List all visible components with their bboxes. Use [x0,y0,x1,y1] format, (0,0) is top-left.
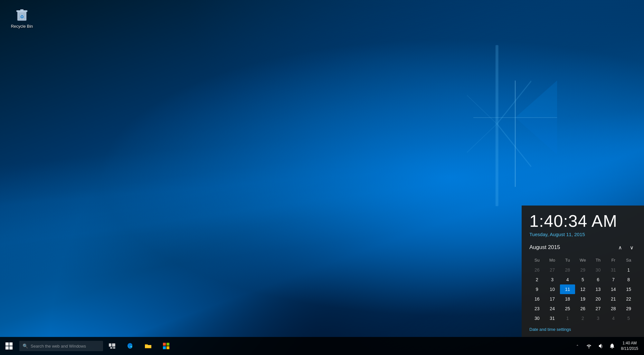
day-header-tu: Tu [560,256,575,265]
calendar-day-24[interactable]: 24 [545,304,560,313]
calendar-day-8[interactable]: 8 [621,275,636,284]
calendar-day-16[interactable]: 16 [529,294,545,304]
calendar-prev-btn[interactable]: ∧ [616,243,625,252]
calendar-day-9[interactable]: 9 [529,284,545,294]
calendar-day-20[interactable]: 20 [591,294,606,304]
calendar-day-4-other[interactable]: 4 [606,313,621,323]
calendar-day-15[interactable]: 15 [621,284,636,294]
calendar-month-year[interactable]: August 2015 [529,244,560,251]
calendar-week-4: 23242526272829 [529,304,636,313]
network-icon[interactable] [583,337,595,355]
calendar-week-3: 16171819202122 [529,294,636,304]
calendar-grid: SuMoTuWeThFrSa 2627282930311234567891011… [529,256,636,323]
calendar-day-3-other[interactable]: 3 [591,313,606,323]
svg-rect-17 [9,342,13,346]
calendar-day-17[interactable]: 17 [545,294,560,304]
day-header-su: Su [529,256,545,265]
day-header-sa: Sa [621,256,636,265]
calendar-day-27[interactable]: 27 [591,304,606,313]
calendar-day-headers: SuMoTuWeThFrSa [529,256,636,265]
calendar-day-27-other[interactable]: 27 [545,265,560,275]
svg-marker-6 [515,118,557,155]
svg-rect-21 [112,343,115,347]
calendar-week-5: 303112345 [529,313,636,323]
calendar-day-26-other[interactable]: 26 [529,265,545,275]
calendar-day-13[interactable]: 13 [591,284,606,294]
calendar-day-21[interactable]: 21 [606,294,621,304]
volume-icon[interactable] [595,337,606,355]
recycle-bin-image: ♻ [14,6,30,23]
calendar-day-2-other[interactable]: 2 [575,313,590,323]
svg-rect-11 [20,9,24,11]
calendar-day-28-other[interactable]: 28 [560,265,575,275]
calendar-day-29-other[interactable]: 29 [575,265,590,275]
edge-browser-button[interactable] [121,337,139,355]
calendar-day-18[interactable]: 18 [560,294,575,304]
popup-clock: 1:40:34 AM [529,212,636,230]
svg-rect-18 [5,346,9,350]
taskbar-date: 8/11/2015 [621,346,638,351]
calendar-day-29[interactable]: 29 [621,304,636,313]
recycle-bin-icon[interactable]: ♻ Recycle Bin [9,6,35,29]
calendar-day-1-other[interactable]: 1 [560,313,575,323]
calendar-day-1[interactable]: 1 [621,265,636,275]
taskbar-search[interactable]: 🔍 Search the web and Windows [19,341,103,351]
taskbar: 🔍 Search the web and Windows [0,337,644,355]
date-time-settings-link[interactable]: Date and time settings [529,327,636,332]
calendar-day-5[interactable]: 5 [575,275,590,284]
recycle-bin-label: Recycle Bin [11,24,33,29]
calendar-day-2[interactable]: 2 [529,275,545,284]
calendar-day-22[interactable]: 22 [621,294,636,304]
svg-rect-22 [110,347,112,349]
calendar-day-19[interactable]: 19 [575,294,590,304]
taskbar-clock[interactable]: 1:40 AM 8/11/2015 [618,337,641,355]
calendar-day-31[interactable]: 31 [545,313,560,323]
day-header-mo: Mo [545,256,560,265]
calendar-day-31-other[interactable]: 31 [606,265,621,275]
file-explorer-button[interactable] [139,337,157,355]
svg-rect-24 [163,343,166,346]
calendar-day-14[interactable]: 14 [606,284,621,294]
calendar-body: 2627282930311234567891011121314151617181… [529,265,636,323]
calendar-day-26[interactable]: 26 [575,304,590,313]
calendar-week-1: 2345678 [529,275,636,284]
svg-rect-16 [5,342,9,346]
calendar-day-10[interactable]: 10 [545,284,560,294]
calendar-day-7[interactable]: 7 [606,275,621,284]
task-view-button[interactable] [103,337,121,355]
calendar-next-btn[interactable]: ∨ [627,243,636,252]
day-header-fr: Fr [606,256,621,265]
search-placeholder: Search the web and Windows [31,344,86,349]
taskbar-time: 1:40 AM [622,341,637,346]
calendar-day-4[interactable]: 4 [560,275,575,284]
svg-rect-27 [166,346,169,349]
calendar-popup: 1:40:34 AM Tuesday, August 11, 2015 Augu… [522,206,644,337]
calendar-day-30-other[interactable]: 30 [591,265,606,275]
calendar-day-3[interactable]: 3 [545,275,560,284]
calendar-day-11[interactable]: 11 [560,284,575,294]
calendar-nav: ∧ ∨ [616,243,636,252]
show-hidden-icons-button[interactable]: ⌃ [572,337,583,355]
store-button[interactable] [157,337,175,355]
calendar-day-5-other[interactable]: 5 [621,313,636,323]
search-icon: 🔍 [23,343,28,349]
calendar-day-30[interactable]: 30 [529,313,545,323]
start-button[interactable] [0,337,18,355]
calendar-week-2: 9101112131415 [529,284,636,294]
svg-marker-5 [515,81,557,118]
notification-icon[interactable] [606,337,618,355]
calendar-header: August 2015 ∧ ∨ [529,243,636,252]
svg-rect-23 [113,347,115,349]
calendar-day-23[interactable]: 23 [529,304,545,313]
svg-rect-19 [9,346,13,350]
calendar-day-12[interactable]: 12 [575,284,590,294]
calendar-day-25[interactable]: 25 [560,304,575,313]
calendar-week-0: 2627282930311 [529,265,636,275]
popup-date: Tuesday, August 11, 2015 [529,232,636,237]
windows-logo-glow [473,48,557,187]
calendar-day-28[interactable]: 28 [606,304,621,313]
day-header-we: We [575,256,590,265]
calendar-day-6[interactable]: 6 [591,275,606,284]
system-tray: ⌃ 1:40 AM 8/11/ [572,337,644,355]
svg-rect-26 [163,346,166,349]
